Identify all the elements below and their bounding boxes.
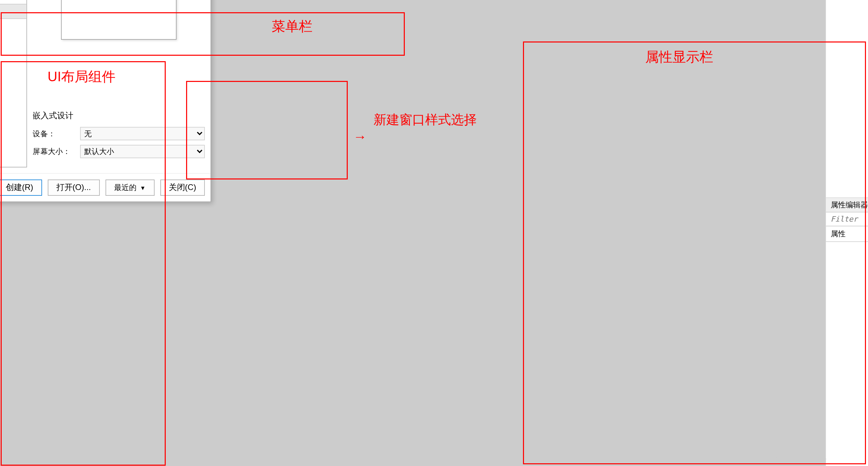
property-table-header: 属性 值 (826, 226, 868, 242)
form-preview (61, 0, 177, 40)
right-dock: 对象查看器 ▱✕ 对象 类 属性编辑器 ▱✕ ＋ (826, 0, 868, 466)
embed-design-label: 嵌入式设计 (33, 111, 205, 121)
template-tree[interactable]: templates\forms Dialog with Buttons Bott… (0, 0, 27, 168)
new-form-dialog: 新建窗体 - Qt Designer ✕ templates\forms Dia… (0, 0, 211, 202)
property-editor-title: 属性编辑器 (831, 200, 868, 210)
open-button[interactable]: 打开(O)... (48, 179, 100, 196)
create-button[interactable]: 创建(R) (0, 179, 42, 196)
mdi-area: 新建窗体 - Qt Designer ✕ templates\forms Dia… (0, 0, 826, 466)
tree-header-widgets[interactable]: 窗口部件 (0, 4, 26, 19)
property-editor-filter[interactable] (826, 212, 868, 226)
object-table-body[interactable] (826, 0, 868, 197)
screen-size-select[interactable]: 默认大小 (80, 145, 205, 158)
template-item[interactable]: Widget (0, 0, 26, 4)
device-select[interactable]: 无 (80, 127, 205, 140)
property-col: 属性 (826, 226, 868, 241)
screen-size-label: 屏幕大小： (33, 146, 73, 157)
property-table-body[interactable] (826, 242, 868, 466)
device-label: 设备： (33, 128, 73, 139)
close-form-button[interactable]: 关闭(C) (160, 179, 205, 196)
recent-button[interactable]: 最近的▼ (105, 179, 154, 196)
